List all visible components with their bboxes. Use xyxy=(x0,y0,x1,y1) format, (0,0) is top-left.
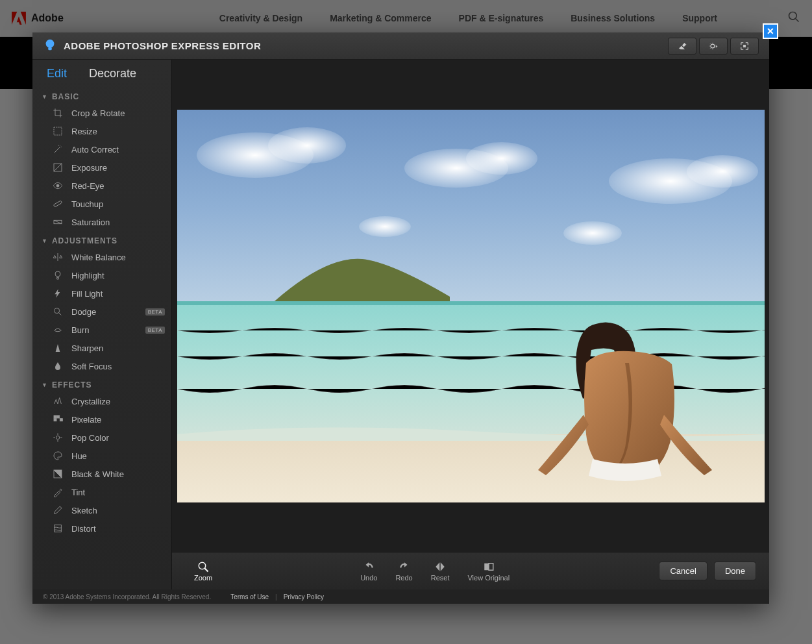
svg-point-11 xyxy=(55,271,60,277)
distort-icon xyxy=(52,523,64,534)
reset-button[interactable]: Reset xyxy=(422,561,459,582)
bolt-icon xyxy=(52,288,64,299)
resize-icon xyxy=(52,125,64,137)
bulb-icon xyxy=(52,269,64,281)
tool-sharpen[interactable]: Sharpen xyxy=(32,339,171,357)
svg-point-28 xyxy=(359,216,411,237)
drop-icon xyxy=(52,360,64,372)
bottom-toolbar: Zoom Undo Redo Reset View Original xyxy=(172,552,769,589)
svg-point-2 xyxy=(46,39,55,47)
tool-pop-color[interactable]: Pop Color xyxy=(32,428,171,447)
burn-icon xyxy=(52,324,64,336)
wand-icon xyxy=(52,143,64,155)
crystal-icon xyxy=(52,395,64,407)
tool-black-white[interactable]: Black & White xyxy=(32,465,171,483)
close-button[interactable]: ✕ xyxy=(763,23,778,39)
crop-icon xyxy=(52,107,64,119)
svg-rect-29 xyxy=(177,301,765,438)
tab-decorate[interactable]: Decorate xyxy=(89,67,136,80)
tool-exposure[interactable]: Exposure xyxy=(32,158,171,177)
svg-rect-30 xyxy=(177,301,765,305)
exposure-icon xyxy=(52,162,64,173)
eye-icon xyxy=(52,180,64,192)
terms-link[interactable]: Terms of Use xyxy=(230,593,269,601)
svg-point-32 xyxy=(199,562,206,569)
beta-badge: BETA xyxy=(145,327,165,334)
sharpen-icon xyxy=(52,342,64,354)
dropper-icon xyxy=(52,486,64,498)
dodge-icon xyxy=(52,306,64,317)
tool-crop-rotate[interactable]: Crop & Rotate xyxy=(32,104,171,122)
section-effects[interactable]: ▼EFFECTS xyxy=(32,375,171,392)
svg-rect-34 xyxy=(484,563,489,570)
svg-rect-15 xyxy=(54,419,56,421)
app-logo-icon xyxy=(43,38,57,55)
section-adjustments[interactable]: ▼ADJUSTMENTS xyxy=(32,231,171,248)
bandage-icon xyxy=(52,198,64,210)
tool-distort[interactable]: Distort xyxy=(32,519,171,538)
tool-resize[interactable]: Resize xyxy=(32,122,171,140)
tool-highlight[interactable]: Highlight xyxy=(32,266,171,284)
tool-tint[interactable]: Tint xyxy=(32,483,171,501)
svg-rect-35 xyxy=(489,563,493,570)
svg-rect-5 xyxy=(743,45,746,47)
redo-button[interactable]: Redo xyxy=(386,561,421,582)
svg-rect-13 xyxy=(54,415,56,418)
tab-edit[interactable]: Edit xyxy=(47,67,67,80)
tool-saturation[interactable]: Saturation xyxy=(32,213,171,231)
svg-rect-16 xyxy=(60,419,62,421)
svg-point-24 xyxy=(466,142,537,175)
photo-canvas[interactable] xyxy=(177,110,765,502)
bw-icon xyxy=(52,468,64,480)
view-original-button[interactable]: View Original xyxy=(458,561,519,582)
svg-point-4 xyxy=(711,44,715,48)
tool-sketch[interactable]: Sketch xyxy=(32,501,171,519)
cancel-button[interactable]: Cancel xyxy=(659,562,707,580)
tool-dodge[interactable]: DodgeBETA xyxy=(32,303,171,321)
balance-icon xyxy=(52,251,64,263)
tool-fill-light[interactable]: Fill Light xyxy=(32,284,171,303)
sidebar: Edit Decorate ▼BASIC Crop & Rotate Resiz… xyxy=(32,60,172,589)
svg-rect-19 xyxy=(55,525,62,532)
svg-rect-9 xyxy=(53,201,62,207)
tool-red-eye[interactable]: Red-Eye xyxy=(32,177,171,195)
saturation-icon xyxy=(52,216,64,228)
svg-point-27 xyxy=(563,221,622,245)
app-title: ADOBE PHOTOSHOP EXPRESS EDITOR xyxy=(64,40,261,51)
svg-rect-3 xyxy=(48,47,52,50)
target-icon xyxy=(52,432,64,443)
beta-badge: BETA xyxy=(145,308,165,316)
tool-pixelate[interactable]: Pixelate xyxy=(32,410,171,428)
done-button[interactable]: Done xyxy=(714,562,756,580)
header-settings-button[interactable] xyxy=(699,38,728,55)
pencil-icon xyxy=(52,504,64,516)
svg-point-17 xyxy=(56,436,59,439)
tool-auto-correct[interactable]: Auto Correct xyxy=(32,140,171,158)
svg-rect-14 xyxy=(57,415,60,418)
undo-button[interactable]: Undo xyxy=(351,561,386,582)
svg-point-8 xyxy=(56,184,59,187)
tool-burn[interactable]: BurnBETA xyxy=(32,321,171,339)
privacy-link[interactable]: Privacy Policy xyxy=(284,593,324,601)
tool-hue[interactable]: Hue xyxy=(32,447,171,465)
zoom-tool[interactable]: Zoom xyxy=(185,561,221,582)
app-header: ADOBE PHOTOSHOP EXPRESS EDITOR xyxy=(32,32,769,60)
tool-crystallize[interactable]: Crystallize xyxy=(32,392,171,410)
svg-point-22 xyxy=(268,127,346,164)
pixelate-icon xyxy=(52,414,64,425)
svg-point-26 xyxy=(687,155,758,188)
section-basic[interactable]: ▼BASIC xyxy=(32,87,171,104)
editor-modal: ✕ ADOBE PHOTOSHOP EXPRESS EDITOR Edit De… xyxy=(32,32,769,604)
footer: © 2013 Adobe Systems Incorporated. All R… xyxy=(32,589,769,604)
tool-soft-focus[interactable]: Soft Focus xyxy=(32,357,171,375)
svg-line-33 xyxy=(204,568,208,571)
tool-touchup[interactable]: Touchup xyxy=(32,195,171,213)
canvas-area: Zoom Undo Redo Reset View Original xyxy=(172,60,769,589)
tool-white-balance[interactable]: White Balance xyxy=(32,248,171,266)
svg-rect-6 xyxy=(54,127,62,135)
copyright: © 2013 Adobe Systems Incorporated. All R… xyxy=(43,593,211,601)
header-eraser-button[interactable] xyxy=(668,38,696,55)
header-fullscreen-button[interactable] xyxy=(730,38,759,55)
palette-icon xyxy=(52,450,64,462)
